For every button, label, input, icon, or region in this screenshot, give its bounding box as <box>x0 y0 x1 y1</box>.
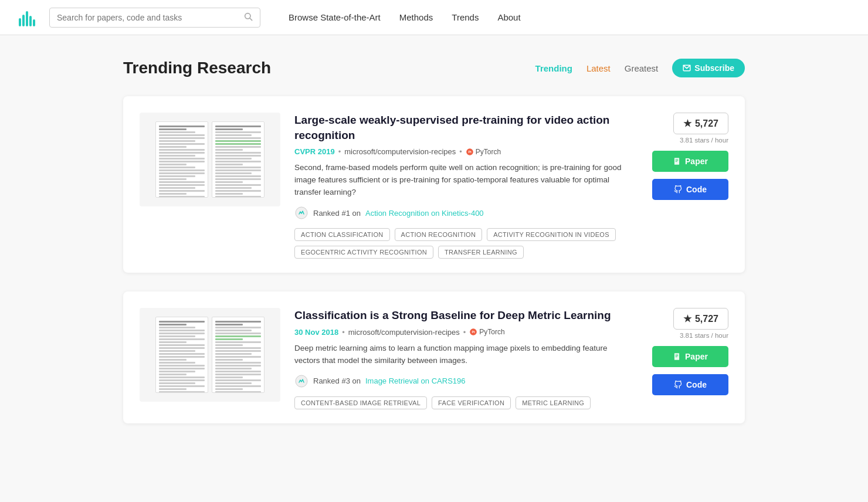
paper-icon <box>673 157 681 165</box>
nav-trends[interactable]: Trends <box>452 12 479 22</box>
tag[interactable]: ACTIVITY RECOGNITION IN VIDEOS <box>487 228 616 241</box>
paper-rank: Ranked #1 on Action Recognition on Kinet… <box>294 206 632 220</box>
github-icon <box>674 185 682 194</box>
svg-text:Pt: Pt <box>468 150 472 154</box>
stars-per-hour: 3.81 stars / hour <box>680 137 728 144</box>
search-icon <box>243 12 253 23</box>
paper-title: Classification is a Strong Baseline for … <box>294 308 632 323</box>
paper-thumbnail <box>140 308 280 402</box>
stars-number: 5,727 <box>695 118 718 129</box>
paper-button[interactable]: Paper <box>652 151 728 172</box>
stars-number: 5,727 <box>695 314 718 324</box>
main-content: Trending Research Trending Latest Greate… <box>111 35 757 466</box>
svg-rect-6 <box>674 158 679 165</box>
paper-meta: 30 Nov 2018 • microsoft/computervision-r… <box>294 328 632 337</box>
paper-abstract: Deep metric learning aims to learn a fun… <box>294 342 632 367</box>
stars-per-hour: 3.81 stars / hour <box>680 332 728 339</box>
trending-header: Trending Research Trending Latest Greate… <box>123 59 745 77</box>
tag[interactable]: ACTION CLASSIFICATION <box>294 228 390 241</box>
paper-actions: ★ 5,727 3.81 stars / hour Paper Code <box>646 308 728 395</box>
svg-line-1 <box>250 18 252 21</box>
nav: Browse State-of-the-Art Methods Trends A… <box>289 12 521 22</box>
tag[interactable]: METRIC LEARNING <box>516 396 591 409</box>
paper-actions: ★ 5,727 3.81 stars / hour Paper Code <box>646 113 728 200</box>
paper-title: Large-scale weakly-supervised pre-traini… <box>294 113 632 143</box>
logo[interactable] <box>19 9 35 26</box>
tag[interactable]: EGOCENTRIC ACTIVITY RECOGNITION <box>294 246 433 259</box>
rank-text: Ranked #1 on <box>313 209 361 218</box>
paper-button[interactable]: Paper <box>652 346 728 367</box>
rank-icon <box>294 206 308 220</box>
page-title: Trending Research <box>123 59 271 77</box>
pytorch-icon: Pt <box>469 328 477 336</box>
code-button[interactable]: Code <box>652 374 728 395</box>
paper-framework: Pt PyTorch <box>466 148 501 156</box>
github-icon <box>674 381 682 389</box>
star-count: ★ 5,727 <box>673 308 728 330</box>
tab-latest[interactable]: Latest <box>586 63 611 73</box>
star-icon: ★ <box>683 118 691 129</box>
rank-text: Ranked #3 on <box>313 376 361 385</box>
nav-about[interactable]: About <box>497 12 520 22</box>
star-count: ★ 5,727 <box>673 113 728 134</box>
pytorch-icon: Pt <box>466 148 474 156</box>
header: Browse State-of-the-Art Methods Trends A… <box>0 0 868 35</box>
subscribe-button[interactable]: Subscribe <box>672 59 745 77</box>
search-container <box>49 8 260 28</box>
tab-trending[interactable]: Trending <box>535 63 572 73</box>
paper-card: Classification is a Strong Baseline for … <box>123 291 745 423</box>
filter-tabs: Trending Latest Greatest Subscribe <box>535 59 745 77</box>
paper-rank: Ranked #3 on Image Retrieval on CARS196 <box>294 374 632 388</box>
nav-methods[interactable]: Methods <box>399 12 433 22</box>
tag[interactable]: ACTION RECOGNITION <box>395 228 483 241</box>
tag[interactable]: FACE VERIFICATION <box>432 396 511 409</box>
rank-task-link[interactable]: Image Retrieval on CARS196 <box>365 376 466 385</box>
paper-framework: Pt PyTorch <box>469 328 504 336</box>
paper-meta: CVPR 2019 • microsoft/computervision-rec… <box>294 147 632 156</box>
tag[interactable]: CONTENT-BASED IMAGE RETRIEVAL <box>294 396 427 409</box>
paper-card: Large-scale weakly-supervised pre-traini… <box>123 96 745 273</box>
search-input[interactable] <box>57 13 239 22</box>
tab-greatest[interactable]: Greatest <box>625 63 659 73</box>
code-button[interactable]: Code <box>652 179 728 200</box>
paper-repo[interactable]: microsoft/computervision-recipes <box>348 328 460 337</box>
paper-content: Large-scale weakly-supervised pre-traini… <box>294 113 632 259</box>
paper-content: Classification is a Strong Baseline for … <box>294 308 632 409</box>
paper-conference[interactable]: CVPR 2019 <box>294 147 335 156</box>
paper-icon <box>673 352 681 361</box>
paper-repo[interactable]: microsoft/computervision-recipes <box>344 147 456 156</box>
nav-browse[interactable]: Browse State-of-the-Art <box>289 12 381 22</box>
rank-task-link[interactable]: Action Recognition on Kinetics-400 <box>365 209 484 218</box>
logo-icon <box>19 9 35 26</box>
paper-conference[interactable]: 30 Nov 2018 <box>294 328 338 337</box>
rank-icon <box>294 374 308 388</box>
star-icon: ★ <box>683 313 691 324</box>
svg-text:Pt: Pt <box>472 331 476 334</box>
tag[interactable]: TRANSFER LEARNING <box>438 246 524 259</box>
paper-tags: ACTION CLASSIFICATION ACTION RECOGNITION… <box>294 228 632 259</box>
paper-tags: CONTENT-BASED IMAGE RETRIEVAL FACE VERIF… <box>294 396 632 409</box>
subscribe-label: Subscribe <box>694 63 734 73</box>
paper-thumbnail <box>140 113 280 206</box>
svg-rect-13 <box>674 353 679 360</box>
email-icon <box>683 64 691 72</box>
paper-abstract: Second, frame-based models perform quite… <box>294 162 632 199</box>
